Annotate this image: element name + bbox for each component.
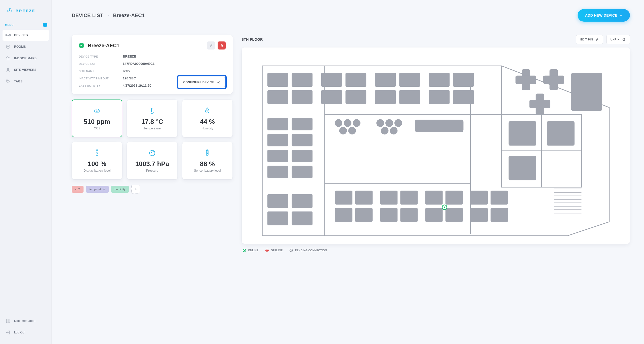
svg-rect-77 [509, 156, 536, 180]
svg-rect-43 [292, 166, 313, 178]
svg-rect-39 [292, 134, 313, 146]
meta-label: LAST ACTIVITY [79, 84, 123, 87]
svg-rect-70 [446, 208, 463, 222]
sidebar-item-label: SITE VIEWERS [14, 68, 36, 72]
floor-toolbar: 8TH FLOOR EDIT PIN UNPIN [242, 35, 630, 44]
svg-text:%: % [207, 110, 208, 112]
svg-point-0 [9, 10, 10, 11]
city-icon [6, 56, 11, 61]
svg-rect-74 [491, 208, 508, 222]
pencil-icon [209, 44, 213, 47]
user-icon [6, 67, 11, 72]
configure-highlight: CONFIGURE DEVICE [177, 75, 227, 89]
sidebar-item-tags[interactable]: TAGS [3, 76, 49, 87]
sidebar-item-rooms[interactable]: ROOMS [3, 41, 49, 52]
legend-label: OFFLINE [271, 249, 283, 252]
metric-tile-humidity[interactable]: % 44 % Humidity [182, 100, 233, 137]
device-name: Breeze-AEC1 [88, 43, 119, 48]
svg-point-3 [7, 80, 8, 81]
configure-device-button[interactable]: CONFIGURE DEVICE [179, 77, 225, 87]
device-header: Breeze-AEC1 [79, 41, 226, 50]
svg-point-45 [344, 119, 351, 127]
button-label: ADD NEW DEVICE [585, 13, 618, 17]
right-column: 8TH FLOOR EDIT PIN UNPIN [242, 35, 630, 254]
svg-rect-34 [530, 100, 550, 108]
meta-label: SITE NAME [79, 70, 123, 73]
svg-rect-21 [375, 73, 396, 87]
svg-rect-64 [400, 191, 418, 205]
add-tag-button[interactable]: + [131, 185, 140, 193]
floor-plan-map[interactable] [242, 47, 630, 244]
edit-device-button[interactable] [207, 41, 215, 50]
svg-rect-56 [292, 194, 313, 208]
svg-rect-54 [415, 120, 464, 132]
metric-tile-temperature[interactable]: 17.8 °C Temperature [127, 100, 177, 137]
delete-device-button[interactable] [218, 41, 226, 50]
metric-tile-sensor-battery[interactable]: 88 % Sensor battery level [182, 142, 233, 179]
tag-icon [6, 79, 11, 84]
svg-point-44 [335, 119, 342, 127]
device-pin[interactable] [442, 205, 447, 210]
unpin-button[interactable]: UNPIN [606, 35, 630, 44]
metric-tile-display-battery[interactable]: 100 % Display battery level [72, 142, 122, 179]
sidebar-item-label: Documentation [14, 319, 35, 323]
battery-icon [204, 149, 211, 158]
svg-rect-40 [268, 150, 289, 162]
tag-temperature[interactable]: temperature [86, 186, 109, 193]
co2-icon: CO2 [93, 107, 101, 115]
menu-label: MENU [5, 23, 14, 26]
metric-tile-co2[interactable]: CO2 510 ppm CO2 [72, 100, 122, 137]
tag-humidity[interactable]: humidity [111, 186, 129, 193]
collapse-icon[interactable]: ‹ [43, 23, 47, 27]
svg-rect-65 [380, 208, 398, 222]
sidebar-item-indoor-maps[interactable]: INDOOR MAPS [3, 53, 49, 64]
svg-rect-14 [292, 73, 313, 87]
sidebar-item-documentation[interactable]: Documentation [3, 315, 49, 326]
metric-value: 510 ppm [84, 118, 110, 126]
refresh-icon [622, 38, 626, 41]
tag-co2[interactable]: co2 [72, 186, 84, 193]
svg-rect-28 [453, 90, 474, 104]
sidebar-item-label: ROOMS [14, 45, 26, 48]
svg-rect-71 [470, 191, 488, 205]
svg-rect-19 [321, 90, 342, 104]
trash-icon [220, 44, 224, 47]
metric-value: 1003.7 hPa [135, 160, 169, 168]
metric-label: Humidity [202, 127, 213, 130]
sidebar-item-label: INDOOR MAPS [14, 57, 36, 60]
svg-rect-55 [268, 194, 289, 208]
sidebar-item-site-viewers[interactable]: SITE VIEWERS [3, 64, 49, 75]
metric-label: Display battery level [84, 169, 110, 172]
sidebar: BREEZE MENU ‹ DEVICES ROOMS INDOOR MAPS … [0, 0, 52, 344]
svg-point-50 [385, 119, 393, 127]
svg-rect-75 [509, 121, 536, 146]
tools-icon [216, 80, 220, 84]
svg-rect-66 [400, 208, 418, 222]
breadcrumb-parent[interactable]: DEVICE LIST [72, 13, 103, 18]
svg-rect-59 [335, 191, 352, 205]
svg-point-48 [348, 127, 356, 134]
sidebar-bottom: Documentation Log Out [0, 315, 51, 344]
brand-text: BREEZE [16, 9, 35, 13]
brand-logo[interactable]: BREEZE [0, 0, 51, 20]
add-new-device-button[interactable]: ADD NEW DEVICE + [578, 9, 630, 22]
map-legend: ONLINE OFFLINE iPENDING CONNECTION [242, 247, 630, 254]
metric-tile-pressure[interactable]: 1003.7 hPa Pressure [127, 142, 177, 179]
svg-rect-41 [292, 150, 313, 162]
sidebar-item-devices[interactable]: DEVICES [3, 30, 49, 41]
svg-rect-69 [425, 208, 443, 222]
floor-actions: EDIT PIN UNPIN [576, 35, 630, 44]
metric-value: 17.8 °C [141, 118, 163, 126]
sidebar-item-label: Log Out [14, 331, 25, 334]
edit-pin-button[interactable]: EDIT PIN [576, 35, 603, 44]
content: Breeze-AEC1 DEVICE TYPE BREEZE DEVICE EU… [52, 28, 644, 344]
broadcast-icon [6, 33, 11, 38]
svg-rect-57 [268, 211, 289, 225]
thermometer-icon [148, 107, 156, 115]
floor-title: 8TH FLOOR [242, 37, 263, 41]
svg-rect-27 [429, 90, 450, 104]
sidebar-item-logout[interactable]: Log Out [3, 327, 49, 338]
button-label: EDIT PIN [580, 38, 593, 41]
svg-rect-13 [268, 73, 289, 87]
svg-rect-16 [292, 90, 313, 104]
